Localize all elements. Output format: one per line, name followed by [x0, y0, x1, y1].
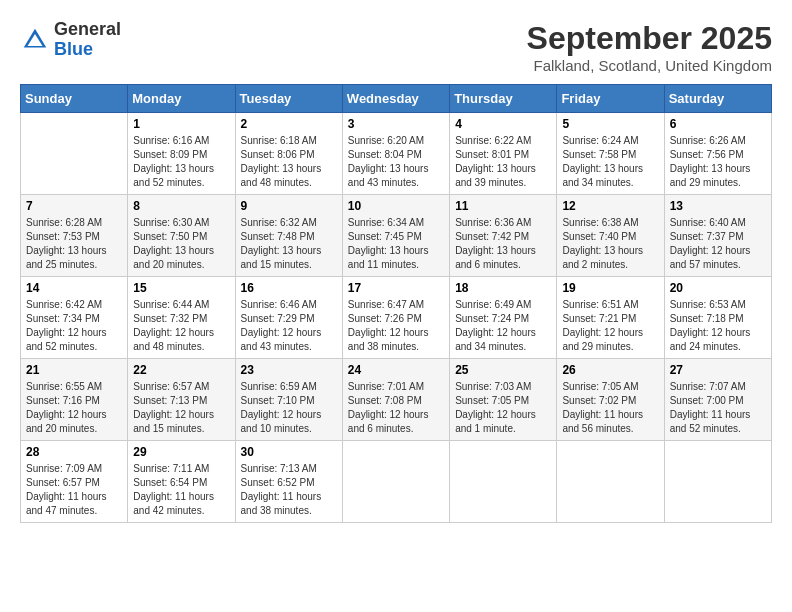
day-number: 21: [26, 363, 122, 377]
day-info: Sunrise: 7:05 AMSunset: 7:02 PMDaylight:…: [562, 380, 658, 436]
day-number: 23: [241, 363, 337, 377]
week-row-1: 1Sunrise: 6:16 AMSunset: 8:09 PMDaylight…: [21, 113, 772, 195]
day-cell: 2Sunrise: 6:18 AMSunset: 8:06 PMDaylight…: [235, 113, 342, 195]
day-number: 5: [562, 117, 658, 131]
week-row-5: 28Sunrise: 7:09 AMSunset: 6:57 PMDayligh…: [21, 441, 772, 523]
day-cell: 5Sunrise: 6:24 AMSunset: 7:58 PMDaylight…: [557, 113, 664, 195]
day-number: 18: [455, 281, 551, 295]
logo-icon: [20, 25, 50, 55]
month-title: September 2025: [527, 20, 772, 57]
day-cell: 4Sunrise: 6:22 AMSunset: 8:01 PMDaylight…: [450, 113, 557, 195]
day-number: 22: [133, 363, 229, 377]
logo-text: General Blue: [54, 20, 121, 60]
day-info: Sunrise: 6:59 AMSunset: 7:10 PMDaylight:…: [241, 380, 337, 436]
day-info: Sunrise: 7:01 AMSunset: 7:08 PMDaylight:…: [348, 380, 444, 436]
calendar-table: SundayMondayTuesdayWednesdayThursdayFrid…: [20, 84, 772, 523]
day-cell: 17Sunrise: 6:47 AMSunset: 7:26 PMDayligh…: [342, 277, 449, 359]
day-info: Sunrise: 6:36 AMSunset: 7:42 PMDaylight:…: [455, 216, 551, 272]
day-info: Sunrise: 6:46 AMSunset: 7:29 PMDaylight:…: [241, 298, 337, 354]
day-number: 3: [348, 117, 444, 131]
day-number: 29: [133, 445, 229, 459]
day-info: Sunrise: 6:49 AMSunset: 7:24 PMDaylight:…: [455, 298, 551, 354]
day-info: Sunrise: 6:20 AMSunset: 8:04 PMDaylight:…: [348, 134, 444, 190]
day-number: 11: [455, 199, 551, 213]
day-cell: [21, 113, 128, 195]
title-block: September 2025 Falkland, Scotland, Unite…: [527, 20, 772, 74]
day-cell: 9Sunrise: 6:32 AMSunset: 7:48 PMDaylight…: [235, 195, 342, 277]
day-info: Sunrise: 6:18 AMSunset: 8:06 PMDaylight:…: [241, 134, 337, 190]
day-cell: 29Sunrise: 7:11 AMSunset: 6:54 PMDayligh…: [128, 441, 235, 523]
day-info: Sunrise: 7:13 AMSunset: 6:52 PMDaylight:…: [241, 462, 337, 518]
day-number: 25: [455, 363, 551, 377]
day-number: 19: [562, 281, 658, 295]
day-number: 7: [26, 199, 122, 213]
day-number: 15: [133, 281, 229, 295]
day-info: Sunrise: 6:40 AMSunset: 7:37 PMDaylight:…: [670, 216, 766, 272]
location: Falkland, Scotland, United Kingdom: [527, 57, 772, 74]
day-info: Sunrise: 6:38 AMSunset: 7:40 PMDaylight:…: [562, 216, 658, 272]
day-cell: 20Sunrise: 6:53 AMSunset: 7:18 PMDayligh…: [664, 277, 771, 359]
day-info: Sunrise: 6:22 AMSunset: 8:01 PMDaylight:…: [455, 134, 551, 190]
week-row-3: 14Sunrise: 6:42 AMSunset: 7:34 PMDayligh…: [21, 277, 772, 359]
header-cell-sunday: Sunday: [21, 85, 128, 113]
day-number: 2: [241, 117, 337, 131]
header-row: SundayMondayTuesdayWednesdayThursdayFrid…: [21, 85, 772, 113]
day-info: Sunrise: 6:44 AMSunset: 7:32 PMDaylight:…: [133, 298, 229, 354]
day-number: 27: [670, 363, 766, 377]
day-info: Sunrise: 6:57 AMSunset: 7:13 PMDaylight:…: [133, 380, 229, 436]
day-number: 26: [562, 363, 658, 377]
day-cell: 27Sunrise: 7:07 AMSunset: 7:00 PMDayligh…: [664, 359, 771, 441]
day-cell: 11Sunrise: 6:36 AMSunset: 7:42 PMDayligh…: [450, 195, 557, 277]
day-cell: 6Sunrise: 6:26 AMSunset: 7:56 PMDaylight…: [664, 113, 771, 195]
day-number: 30: [241, 445, 337, 459]
day-cell: 3Sunrise: 6:20 AMSunset: 8:04 PMDaylight…: [342, 113, 449, 195]
day-info: Sunrise: 6:28 AMSunset: 7:53 PMDaylight:…: [26, 216, 122, 272]
day-cell: 10Sunrise: 6:34 AMSunset: 7:45 PMDayligh…: [342, 195, 449, 277]
day-info: Sunrise: 7:11 AMSunset: 6:54 PMDaylight:…: [133, 462, 229, 518]
week-row-4: 21Sunrise: 6:55 AMSunset: 7:16 PMDayligh…: [21, 359, 772, 441]
day-number: 20: [670, 281, 766, 295]
day-cell: [342, 441, 449, 523]
day-info: Sunrise: 6:16 AMSunset: 8:09 PMDaylight:…: [133, 134, 229, 190]
week-row-2: 7Sunrise: 6:28 AMSunset: 7:53 PMDaylight…: [21, 195, 772, 277]
day-info: Sunrise: 7:09 AMSunset: 6:57 PMDaylight:…: [26, 462, 122, 518]
day-info: Sunrise: 6:53 AMSunset: 7:18 PMDaylight:…: [670, 298, 766, 354]
header-cell-tuesday: Tuesday: [235, 85, 342, 113]
day-cell: 8Sunrise: 6:30 AMSunset: 7:50 PMDaylight…: [128, 195, 235, 277]
day-cell: 13Sunrise: 6:40 AMSunset: 7:37 PMDayligh…: [664, 195, 771, 277]
day-number: 8: [133, 199, 229, 213]
day-number: 10: [348, 199, 444, 213]
day-cell: [664, 441, 771, 523]
calendar-body: 1Sunrise: 6:16 AMSunset: 8:09 PMDaylight…: [21, 113, 772, 523]
day-cell: 24Sunrise: 7:01 AMSunset: 7:08 PMDayligh…: [342, 359, 449, 441]
day-number: 17: [348, 281, 444, 295]
day-number: 4: [455, 117, 551, 131]
day-cell: 22Sunrise: 6:57 AMSunset: 7:13 PMDayligh…: [128, 359, 235, 441]
day-cell: 25Sunrise: 7:03 AMSunset: 7:05 PMDayligh…: [450, 359, 557, 441]
header-cell-saturday: Saturday: [664, 85, 771, 113]
day-cell: 12Sunrise: 6:38 AMSunset: 7:40 PMDayligh…: [557, 195, 664, 277]
day-info: Sunrise: 6:42 AMSunset: 7:34 PMDaylight:…: [26, 298, 122, 354]
day-cell: 18Sunrise: 6:49 AMSunset: 7:24 PMDayligh…: [450, 277, 557, 359]
day-cell: 23Sunrise: 6:59 AMSunset: 7:10 PMDayligh…: [235, 359, 342, 441]
page-header: General Blue September 2025 Falkland, Sc…: [20, 20, 772, 74]
day-info: Sunrise: 6:51 AMSunset: 7:21 PMDaylight:…: [562, 298, 658, 354]
day-info: Sunrise: 6:34 AMSunset: 7:45 PMDaylight:…: [348, 216, 444, 272]
header-cell-friday: Friday: [557, 85, 664, 113]
calendar-header: SundayMondayTuesdayWednesdayThursdayFrid…: [21, 85, 772, 113]
day-info: Sunrise: 7:07 AMSunset: 7:00 PMDaylight:…: [670, 380, 766, 436]
logo: General Blue: [20, 20, 121, 60]
day-cell: [450, 441, 557, 523]
header-cell-wednesday: Wednesday: [342, 85, 449, 113]
day-number: 12: [562, 199, 658, 213]
day-cell: 1Sunrise: 6:16 AMSunset: 8:09 PMDaylight…: [128, 113, 235, 195]
day-cell: 19Sunrise: 6:51 AMSunset: 7:21 PMDayligh…: [557, 277, 664, 359]
day-info: Sunrise: 6:26 AMSunset: 7:56 PMDaylight:…: [670, 134, 766, 190]
header-cell-thursday: Thursday: [450, 85, 557, 113]
day-cell: 15Sunrise: 6:44 AMSunset: 7:32 PMDayligh…: [128, 277, 235, 359]
day-info: Sunrise: 6:55 AMSunset: 7:16 PMDaylight:…: [26, 380, 122, 436]
day-cell: [557, 441, 664, 523]
day-number: 16: [241, 281, 337, 295]
day-cell: 28Sunrise: 7:09 AMSunset: 6:57 PMDayligh…: [21, 441, 128, 523]
day-number: 14: [26, 281, 122, 295]
